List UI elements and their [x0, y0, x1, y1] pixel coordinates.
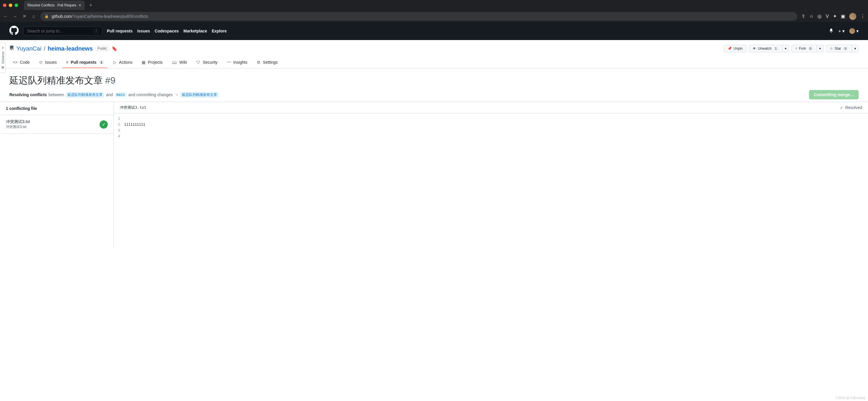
header-right: + ▾ ▾ — [829, 28, 859, 34]
home-button[interactable]: ⌂ — [31, 14, 36, 19]
star-button[interactable]: ☆ Star 0 — [826, 45, 851, 52]
watch-button[interactable]: 👁 Unwatch 1 — [749, 45, 782, 52]
play-icon: ▷ — [113, 60, 117, 65]
global-search[interactable]: / — [23, 27, 102, 35]
nav-marketplace[interactable]: Marketplace — [183, 29, 207, 33]
notifications-icon[interactable] — [829, 28, 834, 34]
chevron-right-icon: › — [2, 45, 3, 50]
fork-count: 0 — [808, 47, 813, 50]
extension-icon[interactable]: ◎ — [817, 13, 822, 19]
tab-settings[interactable]: ⚙Settings — [253, 57, 281, 68]
nav-explore[interactable]: Explore — [212, 29, 227, 33]
branch-from-chip[interactable]: 延迟队列精准发布文章 — [66, 92, 104, 97]
graph-icon: 〰 — [227, 60, 231, 65]
repo-header: YuyanCai / heima-leadnews Public 🔖 📌 Unp… — [0, 40, 868, 68]
conflict-file-list: 1 conflicting file 冲突测试3.txt 冲突测试3.txt ✓ — [0, 102, 114, 248]
tab-wiki[interactable]: 📖Wiki — [168, 57, 190, 68]
pr-header: 延迟队列精准发布文章 #9 Resolving conflicts betwee… — [0, 68, 868, 102]
nav-issues[interactable]: Issues — [137, 29, 150, 33]
forward-button[interactable]: → — [12, 14, 18, 19]
slash-key-hint: / — [94, 29, 98, 33]
repo-icon — [9, 46, 14, 52]
address-bar: ← → ✕ ⌂ 🔒 github.com/YuyanCai/heima-lead… — [0, 10, 868, 22]
star-icon: ☆ — [830, 47, 833, 51]
pr-title: 延迟队列精准发布文章 — [9, 74, 103, 87]
back-button[interactable]: ← — [3, 14, 8, 19]
commit-merge-button[interactable]: Committing merge… — [809, 90, 859, 99]
tab-security[interactable]: 🛡Security — [193, 57, 221, 68]
repo-name-link[interactable]: heima-leadnews — [48, 45, 93, 52]
tab-actions[interactable]: ▷Actions — [110, 57, 136, 68]
arrow-icon: → — [174, 92, 179, 97]
bookmark-icon[interactable]: 🔖 — [112, 46, 117, 52]
share-icon[interactable]: ⇧ — [801, 13, 805, 19]
bookmark-star-icon[interactable]: ☆ — [809, 13, 813, 19]
panel-icon[interactable]: ▣ — [841, 13, 845, 19]
tab-insights[interactable]: 〰Insights — [223, 57, 251, 68]
url-text: github.com/YuyanCai/heima-leadnews/pull/… — [52, 14, 148, 19]
fork-dropdown[interactable]: ▾ — [816, 45, 824, 52]
repo-actions: 📌 Unpin 👁 Unwatch 1 ▾ ⑂ Fork 0 ▾ — [724, 45, 859, 52]
more-icon[interactable]: ⋮ — [860, 13, 865, 19]
github-header: / Pull requests Issues Codespaces Market… — [0, 22, 868, 40]
nav-codespaces[interactable]: Codespaces — [155, 29, 179, 33]
close-tab-icon[interactable]: × — [79, 3, 81, 8]
watch-count: 1 — [773, 47, 779, 50]
conflict-file-path: 冲突测试3.txt — [6, 124, 96, 130]
github-logo-icon[interactable] — [9, 26, 19, 36]
extensions-puzzle-icon[interactable]: ✦ — [833, 13, 837, 19]
user-menu[interactable]: ▾ — [849, 28, 859, 34]
tab-code[interactable]: <>Code — [9, 57, 33, 68]
search-input[interactable] — [27, 29, 94, 33]
browser-tab[interactable]: Resolve Conflicts · Pull Reques × — [24, 1, 85, 10]
unpin-label: Unpin — [734, 47, 743, 51]
tab-pull-requests[interactable]: ⑂Pull requests1 — [62, 57, 107, 68]
browser-tab-bar: Resolve Conflicts · Pull Reques × + — [0, 0, 868, 10]
fork-icon: ⑂ — [795, 47, 797, 51]
tab-projects[interactable]: ▦Projects — [138, 57, 166, 68]
repo-title-row: YuyanCai / heima-leadnews Public 🔖 📌 Unp… — [9, 45, 859, 52]
watch-label: Unwatch — [758, 47, 772, 51]
profile-avatar[interactable] — [849, 13, 856, 20]
fork-label: Fork — [799, 47, 806, 51]
conflict-editor: 冲突测试3.txt ✓ Resolved 1234 1111111111 — [114, 102, 868, 248]
star-count: 0 — [843, 47, 848, 50]
minimize-window-button[interactable] — [9, 3, 12, 7]
editor-filename: 冲突测试3.txt — [120, 105, 146, 110]
browser-chrome: Resolve Conflicts · Pull Reques × + ← → … — [0, 0, 868, 22]
repo-owner-link[interactable]: YuyanCai — [17, 45, 41, 52]
tab-issues[interactable]: ⊙Issues — [36, 57, 60, 68]
star-dropdown[interactable]: ▾ — [851, 45, 859, 52]
pr-subheader: Resolving conflicts between 延迟队列精准发布文章 a… — [9, 90, 859, 99]
url-input[interactable]: 🔒 github.com/YuyanCai/heima-leadnews/pul… — [40, 12, 797, 21]
lock-icon: 🔒 — [44, 14, 49, 19]
watch-dropdown[interactable]: ▾ — [782, 45, 789, 52]
new-tab-button[interactable]: + — [89, 2, 93, 8]
extension-v-icon[interactable]: V — [826, 14, 829, 19]
stop-button[interactable]: ✕ — [22, 13, 27, 19]
close-window-button[interactable] — [3, 3, 6, 7]
editor-header: 冲突测试3.txt ✓ Resolved — [114, 102, 868, 113]
window-controls — [3, 3, 18, 7]
conflict-file-name: 冲突测试3.txt — [6, 119, 96, 124]
pr-icon: ⑂ — [66, 60, 68, 65]
gear-icon: ⚙ — [257, 60, 260, 65]
unpin-button[interactable]: 📌 Unpin — [724, 45, 746, 52]
nav-pull-requests[interactable]: Pull requests — [107, 29, 133, 33]
conflict-file-item[interactable]: 冲突测试3.txt 冲突测试3.txt ✓ — [0, 115, 114, 134]
resolved-status: ✓ Resolved — [840, 105, 862, 110]
create-new-dropdown[interactable]: + ▾ — [838, 28, 845, 34]
code-content[interactable]: 1111111111 — [124, 116, 145, 139]
branch-base-chip[interactable]: main — [115, 92, 127, 97]
issue-icon: ⊙ — [39, 60, 43, 65]
book-icon: 📖 — [172, 60, 177, 65]
octotree-toggle[interactable]: › Octotree ≡ — [0, 42, 6, 73]
branch-to-chip[interactable]: 延迟队列精准发布文章 — [180, 92, 219, 97]
resolving-label: Resolving conflicts — [9, 92, 47, 97]
maximize-window-button[interactable] — [14, 3, 18, 7]
fork-button[interactable]: ⑂ Fork 0 — [792, 45, 816, 52]
code-editor[interactable]: 1234 1111111111 — [114, 113, 868, 139]
tab-title: Resolve Conflicts · Pull Reques — [27, 3, 76, 7]
octotree-label: Octotree — [1, 52, 5, 64]
eye-icon: 👁 — [753, 47, 756, 51]
